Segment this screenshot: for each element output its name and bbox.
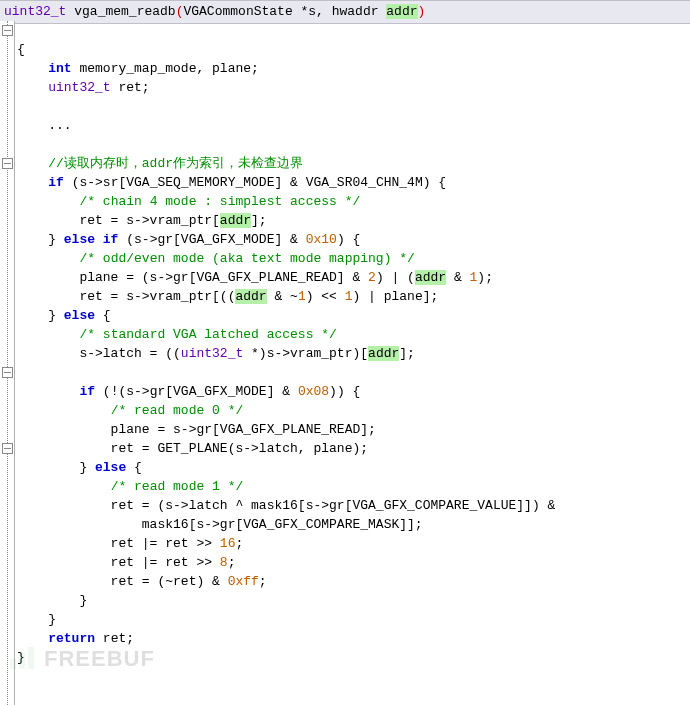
code-line: //读取内存时，addr作为索引，未检查边界 xyxy=(17,156,303,171)
code-line: uint32_t ret; xyxy=(17,80,150,95)
code-line: if (!(s->gr[VGA_GFX_MODE] & 0x08)) { xyxy=(17,384,360,399)
fold-gutter xyxy=(0,21,15,705)
paren-close: ) xyxy=(418,4,426,19)
code-line: return ret; xyxy=(17,631,134,646)
fold-icon[interactable] xyxy=(2,158,13,169)
code-line: ret = s->vram_ptr[addr]; xyxy=(17,213,267,228)
code-line: ret = (~ret) & 0xff; xyxy=(17,574,267,589)
addr-highlight: addr xyxy=(220,213,251,228)
code-line: plane = s->gr[VGA_GFX_PLANE_READ]; xyxy=(17,422,376,437)
fold-icon[interactable] xyxy=(2,443,13,454)
code-line: /* read mode 0 */ xyxy=(17,403,243,418)
code-line: /* odd/even mode (aka text mode mapping)… xyxy=(17,251,415,266)
code-editor-view: { "title": { "ty":"uint32_t","sp1":" ","… xyxy=(0,0,690,705)
comment: /* standard VGA latched access */ xyxy=(79,327,336,342)
code-line: ret = GET_PLANE(s->latch, plane); xyxy=(17,441,368,456)
code-line: plane = (s->gr[VGA_GFX_PLANE_READ] & 2) … xyxy=(17,270,493,285)
code-line: { xyxy=(17,42,25,57)
comment: //读取内存时，addr作为索引，未检查边界 xyxy=(48,156,303,171)
comment: /* odd/even mode (aka text mode mapping)… xyxy=(79,251,414,266)
code-line: /* chain 4 mode : simplest access */ xyxy=(17,194,360,209)
param-addr: addr xyxy=(386,4,417,19)
code-line: s->latch = ((uint32_t *)s->vram_ptr)[add… xyxy=(17,346,415,361)
code-line: ... xyxy=(17,118,72,133)
params: VGACommonState *s, hwaddr xyxy=(183,4,386,19)
code-line: mask16[s->gr[VGA_GFX_COMPARE_MASK]]; xyxy=(17,517,423,532)
code-line: ret = s->vram_ptr[((addr & ~1) << 1) | p… xyxy=(17,289,438,304)
code-line: ret |= ret >> 8; xyxy=(17,555,235,570)
addr-highlight: addr xyxy=(368,346,399,361)
fold-icon[interactable] xyxy=(2,25,13,36)
code-line: if (s->sr[VGA_SEQ_MEMORY_MODE] & VGA_SR0… xyxy=(17,175,446,190)
fold-icon[interactable] xyxy=(2,367,13,378)
code-line: /* read mode 1 */ xyxy=(17,479,243,494)
code-line: } else if (s->gr[VGA_GFX_MODE] & 0x10) { xyxy=(17,232,360,247)
code-line: } xyxy=(17,593,87,608)
code-line: } xyxy=(17,650,25,665)
comment: /* read mode 1 */ xyxy=(111,479,244,494)
code-line: } else { xyxy=(17,460,142,475)
addr-highlight: addr xyxy=(415,270,446,285)
comment: /* read mode 0 */ xyxy=(111,403,244,418)
addr-highlight: addr xyxy=(235,289,266,304)
code-line: int memory_map_mode, plane; xyxy=(17,61,259,76)
code-line: ret |= ret >> 16; xyxy=(17,536,243,551)
function-name: vga_mem_readb xyxy=(74,4,175,19)
code-area[interactable]: { int memory_map_mode, plane; uint32_t r… xyxy=(15,21,688,703)
code-line: /* standard VGA latched access */ xyxy=(17,327,337,342)
code-line: } else { xyxy=(17,308,111,323)
return-type: uint32_t xyxy=(4,4,66,19)
code-line: ret = (s->latch ^ mask16[s->gr[VGA_GFX_C… xyxy=(17,498,555,513)
comment: /* chain 4 mode : simplest access */ xyxy=(79,194,360,209)
code-line: } xyxy=(17,612,56,627)
